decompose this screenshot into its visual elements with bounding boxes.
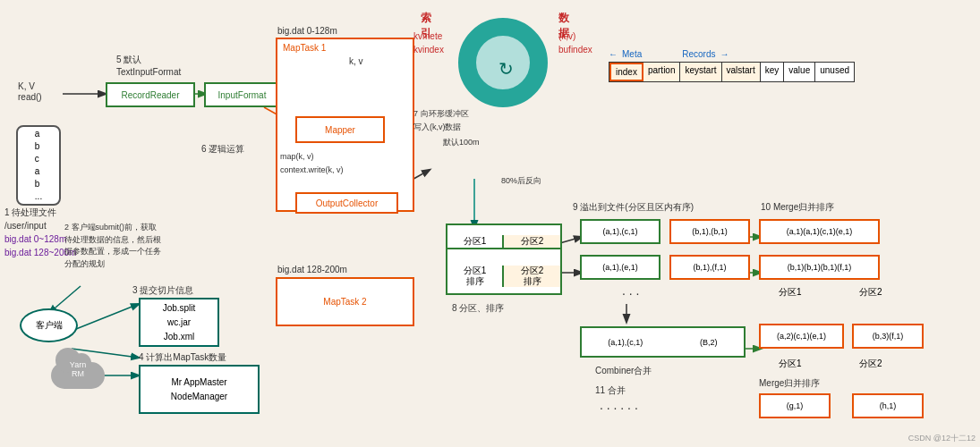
spill-b1b1: (b,1),(b,1) bbox=[669, 219, 750, 244]
kv-read-label: K, Vread() bbox=[18, 80, 42, 102]
dots2: · · · · · · bbox=[600, 401, 638, 415]
col-partion: partion bbox=[643, 63, 681, 81]
kv-arrow-label: k, v bbox=[349, 55, 363, 66]
partition1-sort: 分区1排序 bbox=[447, 266, 504, 287]
dots1: · · · bbox=[622, 286, 639, 300]
cloud-icon: YarnRM bbox=[47, 349, 109, 389]
combine-label: 11 合并 bbox=[595, 384, 626, 397]
col-valstart: valstart bbox=[722, 63, 761, 81]
default100m-label: 默认100m bbox=[443, 136, 480, 148]
partition-label3: 分区1 bbox=[779, 358, 802, 370]
partition-label4: 分区2 bbox=[859, 358, 882, 370]
meta-table: index partion keystart valstart key valu… bbox=[609, 62, 855, 82]
footer: CSDN @12十二12 bbox=[908, 433, 976, 444]
circular-buffer-label: 7 向环形缓冲区写入(k,v)数据 bbox=[413, 107, 469, 133]
inputformat-box: InputFormat bbox=[204, 82, 280, 107]
logic-label: 6 逻辑运算 bbox=[201, 143, 244, 156]
spill-b1f1: (b,1),(f,1) bbox=[669, 255, 750, 280]
partition2-sort: 分区2排序 bbox=[504, 266, 560, 287]
meta-arrow-right: → bbox=[720, 49, 729, 59]
combine-result2: (b,3)(f,1) bbox=[852, 324, 924, 349]
combiner-label: Combiner合并 bbox=[595, 365, 652, 377]
diagram: abcab... 1 待处理文件/user/input big.dat 0~12… bbox=[0, 0, 980, 447]
merge-result1: (a,1)(a,1)(c,1)(e,1) bbox=[759, 219, 880, 244]
combiner-boxes: (a,1),(c,1) (B,2) bbox=[580, 326, 746, 358]
spill-label: 9 溢出到文件(分区且区内有序) bbox=[573, 201, 694, 214]
appmaster-box: Mr AppMaster NodeManager bbox=[139, 365, 260, 414]
submit-info: 2 客户端submit()前，获取待处理数据的信息，然后根据参数配置，形成一个任… bbox=[64, 222, 161, 270]
col-unused: unused bbox=[815, 63, 854, 81]
percent80-label: 80%后反向 bbox=[501, 174, 541, 187]
file-cylinder: abcab... bbox=[16, 125, 61, 206]
compute-maptask-label: 4 计算出MapTask数量 bbox=[139, 351, 226, 364]
merge-label: 10 Merge归并排序 bbox=[761, 201, 834, 214]
records-label: Records bbox=[682, 49, 715, 59]
sort-label: 8 分区、排序 bbox=[452, 302, 504, 315]
partition-grid: 分区1 分区2 分区1排序 分区2排序 bbox=[446, 224, 562, 295]
merge2-label: Merge归并排序 bbox=[759, 377, 820, 390]
mapper-box: Mapper bbox=[295, 116, 385, 143]
partition-label2: 分区2 bbox=[859, 286, 882, 299]
partition-label1: 分区1 bbox=[779, 286, 802, 299]
kvindex-label: kvindex bbox=[413, 45, 444, 55]
final-g1: (g,1) bbox=[759, 393, 831, 418]
meta-arrow-left: ← bbox=[609, 49, 618, 59]
maptask2-box: MapTask 2 bbox=[276, 277, 414, 326]
client-oval: 客户端 bbox=[20, 308, 78, 342]
merge-result2: (b,1)(b,1)(b,1)(f,1) bbox=[759, 255, 880, 280]
partition2: 分区2 bbox=[504, 235, 560, 249]
kvmete-label: kvmete bbox=[413, 31, 442, 41]
meta-records-area: ← Meta Records → index partion keystart … bbox=[609, 49, 855, 82]
combine-result1: (a,2)(c,1)(e,1) bbox=[759, 324, 844, 349]
meta-label: Meta bbox=[622, 49, 642, 59]
outputcollector-box: OutputCollector bbox=[295, 192, 398, 214]
final-h1: (h,1) bbox=[852, 393, 924, 418]
bigdat2-label: big.dat 128-200m bbox=[277, 264, 347, 274]
col-keystart: keystart bbox=[680, 63, 721, 81]
default-textinputformat-label: 5 默认TextInputFormat bbox=[116, 54, 181, 77]
spill-a1c1: (a,1),(c,1) bbox=[580, 219, 660, 244]
data-kv-label: (k,v) bbox=[558, 31, 575, 41]
col-value: value bbox=[784, 63, 815, 81]
bufindex-label: bufindex bbox=[558, 45, 592, 55]
partition1: 分区1 bbox=[447, 235, 504, 249]
job-split-box: Job.splitwc.jarJob.xml bbox=[139, 298, 219, 347]
recordreader-box: RecordReader bbox=[106, 82, 195, 107]
col-index: index bbox=[609, 63, 643, 81]
map-context-label: map(k, v)context.write(k, v) bbox=[280, 150, 344, 176]
col-key: key bbox=[761, 63, 785, 81]
file-content: abcab... bbox=[35, 128, 42, 203]
spill-a1e1: (a,1),(e,1) bbox=[580, 255, 660, 280]
ring-element: ↻ bbox=[458, 18, 548, 107]
bigdat1-label: big.dat 0-128m bbox=[277, 25, 337, 36]
svg-line-13 bbox=[72, 304, 139, 331]
cut-info-label: 3 提交切片信息 bbox=[132, 284, 193, 297]
